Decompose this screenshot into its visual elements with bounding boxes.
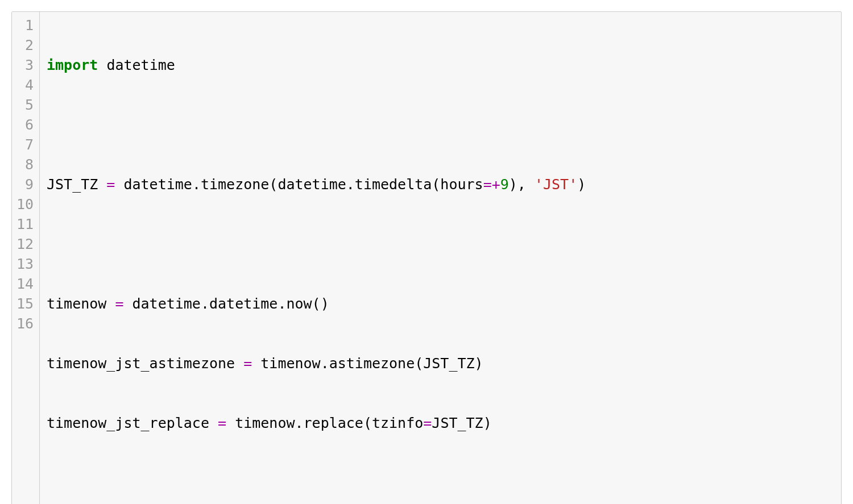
line-number: 9 bbox=[12, 174, 39, 194]
line-number: 8 bbox=[12, 155, 39, 174]
operator-assign: = bbox=[209, 415, 235, 431]
identifier: JST_TZ bbox=[47, 176, 98, 193]
code-cell: 1 2 3 4 5 6 7 8 9 10 11 12 13 14 15 16 i… bbox=[11, 11, 842, 504]
code-text bbox=[98, 57, 106, 73]
operator-assign: = bbox=[106, 295, 132, 312]
line-number: 16 bbox=[12, 314, 39, 334]
code-text: ), bbox=[509, 176, 535, 193]
operator-equals: = bbox=[423, 415, 432, 431]
line-number: 6 bbox=[12, 115, 39, 135]
code-line bbox=[47, 473, 834, 493]
line-number: 4 bbox=[12, 75, 39, 95]
code-line bbox=[47, 115, 834, 135]
code-line: JST_TZ = datetime.timezone(datetime.time… bbox=[47, 174, 834, 194]
line-number: 2 bbox=[12, 35, 39, 55]
code-content[interactable]: import datetime JST_TZ = datetime.timezo… bbox=[40, 12, 841, 504]
code-line: import datetime bbox=[47, 55, 834, 75]
code-text: datetime.datetime.now() bbox=[132, 295, 329, 312]
operator-assign: = bbox=[98, 176, 123, 193]
line-number: 11 bbox=[12, 214, 39, 234]
code-line: timenow_jst_astimezone = timenow.astimez… bbox=[47, 353, 834, 373]
operator-plus: + bbox=[492, 176, 500, 193]
line-number: 3 bbox=[12, 55, 39, 75]
line-number: 15 bbox=[12, 294, 39, 314]
line-number-gutter: 1 2 3 4 5 6 7 8 9 10 11 12 13 14 15 16 bbox=[12, 12, 40, 504]
line-number: 7 bbox=[12, 135, 39, 155]
code-text: ) bbox=[577, 176, 586, 193]
line-number: 10 bbox=[12, 194, 39, 214]
code-line: timenow_jst_replace = timenow.replace(tz… bbox=[47, 413, 834, 433]
module-name: datetime bbox=[106, 57, 175, 73]
string-literal: 'JST' bbox=[535, 176, 577, 193]
operator-assign: = bbox=[235, 355, 260, 372]
line-number: 12 bbox=[12, 234, 39, 254]
code-text: timenow.astimezone(JST_TZ) bbox=[260, 355, 483, 372]
line-number: 13 bbox=[12, 254, 39, 274]
code-text: JST_TZ) bbox=[432, 415, 491, 431]
line-number: 5 bbox=[12, 95, 39, 115]
line-number: 1 bbox=[12, 15, 39, 35]
number-literal: 9 bbox=[500, 176, 509, 193]
code-line: timenow = datetime.datetime.now() bbox=[47, 294, 834, 314]
line-number: 14 bbox=[12, 274, 39, 294]
identifier: timenow_jst_replace bbox=[47, 415, 209, 431]
identifier: timenow bbox=[47, 295, 106, 312]
keyword-import: import bbox=[47, 57, 98, 73]
code-line bbox=[47, 234, 834, 254]
operator-equals: = bbox=[483, 176, 492, 193]
identifier: timenow_jst_astimezone bbox=[47, 355, 235, 372]
code-text: timenow.replace(tzinfo bbox=[235, 415, 423, 431]
code-text: datetime.timezone(datetime.timedelta(hou… bbox=[123, 176, 483, 193]
